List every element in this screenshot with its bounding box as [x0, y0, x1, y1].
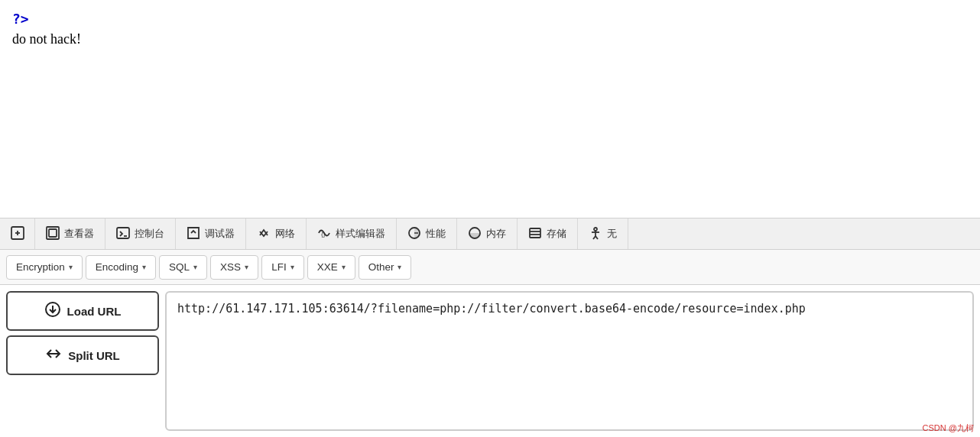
elements-icon [46, 226, 60, 242]
split-url-icon [45, 345, 62, 366]
encryption-dropdown[interactable]: Encryption ▾ [6, 255, 83, 280]
do-not-hack-message: do not hack! [12, 28, 968, 50]
security-toolbar: Encryption ▾ Encoding ▾ SQL ▾ XSS ▾ LFI … [0, 250, 980, 285]
xss-arrow-icon: ▾ [245, 263, 248, 271]
debugger-icon [187, 226, 200, 242]
load-url-icon [44, 301, 61, 322]
tab-style-editor-label: 样式编辑器 [336, 228, 385, 241]
lfi-label: LFI [271, 261, 287, 273]
other-label: Other [368, 261, 394, 273]
split-url-button[interactable]: Split URL [6, 335, 159, 375]
accessibility-icon [589, 226, 602, 242]
tab-elements[interactable]: 查看器 [35, 218, 105, 249]
other-dropdown[interactable]: Other ▾ [359, 255, 412, 280]
other-arrow-icon: ▾ [398, 263, 401, 271]
style-editor-icon: {} [317, 226, 331, 242]
xxe-label: XXE [317, 261, 338, 273]
sql-arrow-icon: ▾ [193, 263, 197, 271]
encryption-label: Encryption [16, 261, 65, 273]
inspector-icon [10, 225, 25, 243]
tab-inspector[interactable] [0, 218, 35, 249]
svg-rect-3 [117, 228, 129, 238]
xss-label: XSS [220, 261, 241, 273]
encoding-dropdown[interactable]: Encoding ▾ [86, 255, 156, 280]
tab-elements-label: 查看器 [64, 228, 94, 241]
load-url-label: Load URL [67, 305, 122, 318]
svg-marker-5 [188, 228, 199, 238]
watermark: CSDN @九柯 [923, 422, 974, 434]
tab-performance[interactable]: 性能 [397, 218, 457, 249]
encryption-arrow-icon: ▾ [69, 263, 73, 271]
tab-accessibility-label: 无 [607, 228, 617, 241]
xxe-dropdown[interactable]: XXE ▾ [307, 255, 355, 280]
action-buttons-column: Load URL Split URL [6, 291, 159, 431]
encoding-label: Encoding [96, 261, 138, 273]
load-url-button[interactable]: Load URL [6, 291, 159, 331]
tab-debugger[interactable]: 调试器 [176, 218, 246, 249]
devtools-tabbar: 查看器 控制台 调试器 网络 [0, 218, 980, 250]
xxe-arrow-icon: ▾ [342, 263, 346, 271]
svg-text:{}: {} [321, 231, 326, 238]
php-closing-tag: ?> [12, 9, 968, 28]
tab-accessibility[interactable]: 无 [578, 218, 628, 249]
sql-label: SQL [169, 261, 190, 273]
tab-storage[interactable]: 存储 [518, 218, 578, 249]
network-icon [257, 226, 271, 242]
svg-point-12 [594, 228, 597, 231]
svg-rect-2 [49, 229, 57, 237]
memory-icon [468, 226, 482, 242]
lfi-arrow-icon: ▾ [290, 263, 294, 271]
tab-memory[interactable]: 内存 [457, 218, 518, 249]
svg-rect-9 [530, 228, 540, 238]
sql-dropdown[interactable]: SQL ▾ [159, 255, 207, 280]
tab-console-label: 控制台 [135, 228, 164, 241]
main-content-area: ?> do not hack! [0, 0, 980, 218]
xss-dropdown[interactable]: XSS ▾ [210, 255, 258, 280]
console-icon [116, 226, 130, 242]
lfi-dropdown[interactable]: LFI ▾ [261, 255, 304, 280]
storage-icon [528, 226, 542, 242]
tab-style-editor[interactable]: {} 样式编辑器 [307, 218, 397, 249]
bottom-area: Load URL Split URL http://61.147.171.105… [0, 285, 980, 437]
split-url-label: Split URL [68, 349, 120, 362]
tab-console[interactable]: 控制台 [105, 218, 176, 249]
tab-storage-label: 存储 [547, 228, 566, 241]
tab-performance-label: 性能 [426, 228, 446, 241]
tab-network[interactable]: 网络 [246, 218, 307, 249]
encoding-arrow-icon: ▾ [142, 263, 146, 271]
svg-line-16 [595, 236, 598, 239]
tab-network-label: 网络 [275, 228, 295, 241]
tab-debugger-label: 调试器 [205, 228, 235, 241]
performance-icon [407, 226, 421, 242]
tab-memory-label: 内存 [486, 228, 506, 241]
url-display-box: http://61.147.171.105:63614/?filename=ph… [165, 291, 974, 431]
